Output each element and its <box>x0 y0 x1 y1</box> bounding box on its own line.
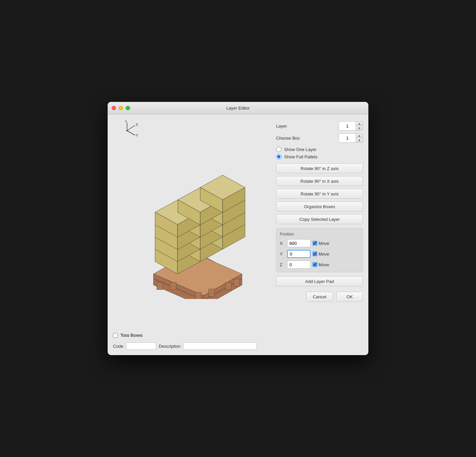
copy-selected-layer-button[interactable]: Copy Selected Layer <box>276 214 363 224</box>
position-title: Position <box>280 232 359 237</box>
layer-stepper-buttons: ▲ ▼ <box>356 122 363 130</box>
y-move-checkbox[interactable] <box>313 252 317 256</box>
rotate-x-button[interactable]: Rotate 90° in X axis <box>276 176 363 186</box>
svg-text:Y: Y <box>136 133 138 137</box>
svg-rect-56 <box>225 282 231 290</box>
close-button[interactable] <box>112 106 116 110</box>
y-position-input[interactable] <box>287 250 311 258</box>
dialog-buttons: Cancel OK <box>276 292 363 302</box>
bottom-controls: Toss Boxes Code Description <box>113 333 271 350</box>
layer-decrement-button[interactable]: ▼ <box>356 126 363 130</box>
z-move-group: Move <box>313 262 329 267</box>
toss-boxes-row: Toss Boxes <box>113 333 271 338</box>
toss-boxes-checkbox[interactable] <box>113 333 118 338</box>
ok-button[interactable]: OK <box>336 292 363 302</box>
svg-rect-54 <box>195 292 201 299</box>
y-position-row: Y Move <box>280 250 359 258</box>
z-position-row: Z Move <box>280 261 359 269</box>
titlebar: Layer Editor <box>108 102 368 115</box>
svg-line-5 <box>127 131 135 135</box>
x-axis-label: X <box>280 241 285 246</box>
organize-boxes-button[interactable]: Organize Boxes <box>276 201 363 211</box>
layer-label: Layer <box>276 124 303 129</box>
show-full-pallets-row[interactable]: Show Full Pallets <box>276 154 363 159</box>
choose-box-label: Choose Box <box>276 136 303 141</box>
choose-box-increment-button[interactable]: ▲ <box>356 134 363 138</box>
show-full-pallets-radio[interactable] <box>276 154 281 159</box>
window-title: Layer Editor <box>226 106 250 111</box>
description-label: Description <box>159 344 181 349</box>
show-one-layer-label: Show One Layer <box>284 147 317 152</box>
z-position-input[interactable] <box>287 261 311 269</box>
show-one-layer-radio[interactable] <box>276 147 281 152</box>
choose-box-input[interactable]: 1 <box>339 134 356 142</box>
toss-boxes-label: Toss Boxes <box>120 333 142 338</box>
code-input[interactable] <box>126 342 156 350</box>
choose-box-stepper[interactable]: 1 ▲ ▼ <box>339 133 363 143</box>
svg-line-3 <box>127 125 135 131</box>
pallet-svg: .box-top { fill: #d4c88a; stroke: #333; … <box>128 172 255 299</box>
show-one-layer-row[interactable]: Show One Layer <box>276 147 363 152</box>
view-mode-radio-group: Show One Layer Show Full Pallets <box>276 147 363 159</box>
pallet-view: .box-top { fill: #d4c88a; stroke: #333; … <box>113 142 271 329</box>
layer-increment-button[interactable]: ▲ <box>356 122 363 126</box>
y-axis-label: Y <box>280 252 285 257</box>
choose-box-decrement-button[interactable]: ▼ <box>356 138 363 142</box>
y-move-label: Move <box>319 252 329 257</box>
svg-rect-57 <box>234 279 240 286</box>
x-move-checkbox[interactable] <box>313 241 317 246</box>
position-section: Position X Move Y Move <box>276 228 363 272</box>
code-label: Code <box>113 344 123 349</box>
layer-input[interactable]: 1 <box>339 122 356 130</box>
y-move-group: Move <box>313 252 329 257</box>
show-full-pallets-label: Show Full Pallets <box>284 154 318 159</box>
description-input[interactable] <box>183 342 257 350</box>
layer-stepper[interactable]: 1 ▲ ▼ <box>339 121 363 131</box>
svg-rect-53 <box>170 282 176 290</box>
code-desc-row: Code Description <box>113 342 271 350</box>
cancel-button[interactable]: Cancel <box>306 292 333 302</box>
rotate-z-button[interactable]: Rotate 90° in Z axis <box>276 163 363 173</box>
z-move-checkbox[interactable] <box>313 262 317 267</box>
right-panel: Layer 1 ▲ ▼ Choose Box 1 ▲ ▼ <box>276 120 363 350</box>
minimize-button[interactable] <box>119 106 123 110</box>
maximize-button[interactable] <box>126 106 130 110</box>
x-move-group: Move <box>313 241 329 246</box>
svg-rect-52 <box>157 282 163 290</box>
z-move-label: Move <box>319 262 329 267</box>
choose-box-stepper-buttons: ▲ ▼ <box>356 134 363 142</box>
x-move-label: Move <box>319 241 329 246</box>
svg-rect-55 <box>209 289 215 296</box>
add-layer-pad-button[interactable]: Add Layer Pad <box>276 276 363 286</box>
layer-field-row: Layer 1 ▲ ▼ <box>276 121 363 131</box>
x-position-row: X Move <box>280 239 359 247</box>
traffic-lights <box>112 106 130 110</box>
left-panel: Z X Y .box-top { fill: #d4c88a; stroke: … <box>113 120 271 350</box>
content-area: Z X Y .box-top { fill: #d4c88a; stroke: … <box>108 115 368 355</box>
layer-editor-window: Layer Editor Z X Y <box>108 102 368 355</box>
svg-text:X: X <box>136 123 138 127</box>
z-axis-label: Z <box>280 262 285 267</box>
svg-text:Z: Z <box>125 120 127 123</box>
axis-indicator: Z X Y <box>120 120 140 138</box>
x-position-input[interactable] <box>287 239 311 247</box>
choose-box-field-row: Choose Box 1 ▲ ▼ <box>276 133 363 143</box>
rotate-y-button[interactable]: Rotate 90° in Y axis <box>276 189 363 199</box>
